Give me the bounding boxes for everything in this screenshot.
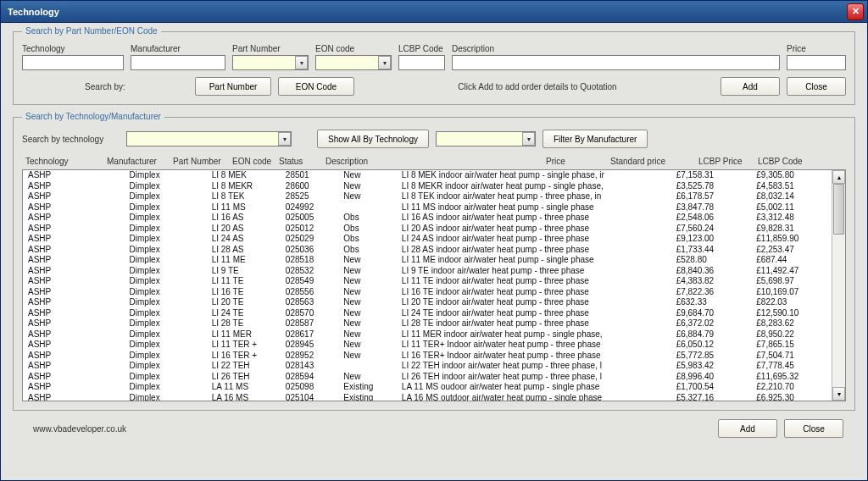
manufacturer-label: Manufacturer [131, 44, 225, 53]
partnumber-label: Part Number [232, 44, 309, 53]
description-input[interactable] [452, 55, 780, 70]
price-input[interactable] [787, 55, 846, 70]
table-row[interactable]: ASHPDimplexLA 11 MS025098ExistingLA 11 M… [23, 382, 832, 393]
table-row[interactable]: ASHPDimplexLI 28 AS025036ObsLI 28 AS ind… [23, 245, 832, 256]
close-icon[interactable]: ✕ [847, 3, 864, 20]
table-row[interactable]: ASHPDimplexLI 11 TE028549NewLI 11 TE ind… [23, 276, 832, 287]
col-technology: Technology [25, 157, 107, 166]
table-row[interactable]: ASHPDimplexLI 11 TER +028945NewLI 11 TER… [23, 340, 832, 351]
group1-title: Search by Part Number/EON Code [22, 26, 161, 36]
technology-combo[interactable] [126, 131, 292, 147]
titlebar[interactable]: Technology ✕ [1, 1, 867, 23]
search-eoncode-button[interactable]: EON Code [278, 77, 354, 96]
scroll-thumb[interactable] [833, 184, 844, 235]
table-row[interactable]: ASHPDimplexLI 26 TEH028594NewLI 26 TEH i… [23, 372, 832, 383]
scroll-up-icon[interactable]: ▴ [832, 170, 845, 184]
table-row[interactable]: ASHPDimplexLI 16 TER +028952NewLI 16 TER… [23, 351, 832, 362]
search-part-eon-group: Search by Part Number/EON Code Technolog… [13, 31, 855, 105]
table-row[interactable]: ASHPDimplexLI 20 AS025012ObsLI 20 AS ind… [23, 224, 832, 235]
table-row[interactable]: ASHPDimplexLI 11 MER028617NewLI 11 MER i… [23, 329, 832, 340]
chevron-down-icon[interactable] [522, 132, 535, 146]
lcbpcode-input[interactable] [398, 55, 445, 70]
col-manufacturer: Manufacturer [107, 157, 173, 166]
searchby-label: Search by: [85, 82, 125, 91]
search-tech-mfr-group: Search by Technology/Manufacturer Search… [13, 117, 855, 411]
window-title: Technology [4, 7, 847, 17]
table-row[interactable]: ASHPDimplexLI 11 MS024992LI 11 MS indoor… [23, 202, 832, 213]
search-partnumber-button[interactable]: Part Number [195, 77, 271, 96]
col-lcbpcode: LCBP Code [758, 157, 809, 166]
add-button[interactable]: Add [721, 77, 780, 96]
table-row[interactable]: ASHPDimplexLI 24 TE028570NewLI 24 TE ind… [23, 308, 832, 319]
chevron-down-icon[interactable] [295, 56, 308, 69]
filter-button[interactable]: Filter By Manufacturer [542, 130, 648, 148]
manufacturer-combo[interactable] [436, 131, 536, 147]
col-price: Price [546, 157, 610, 166]
table-row[interactable]: ASHPDimplexLI 16 TE028556NewLI 16 TE ind… [23, 287, 832, 298]
table-row[interactable]: ASHPDimplexLI 22 TEH028143LI 22 TEH indo… [23, 361, 832, 372]
lcbpcode-label: LCBP Code [398, 44, 445, 53]
price-label: Price [787, 44, 846, 53]
chevron-down-icon[interactable] [278, 132, 291, 146]
table-row[interactable]: ASHPDimplexLI 8 TEK28525NewLI 8 TEK indo… [23, 191, 832, 202]
eoncode-label: EON code [315, 44, 392, 53]
col-partnumber: Part Number [173, 157, 232, 166]
col-description: Description [326, 157, 546, 166]
table-row[interactable]: ASHPDimplexLI 24 AS025029ObsLI 24 AS ind… [23, 234, 832, 245]
chevron-down-icon[interactable] [378, 56, 391, 69]
table-row[interactable]: ASHPDimplexLI 8 MEKR28600NewLI 8 MEKR in… [23, 181, 832, 192]
scroll-down-icon[interactable]: ▾ [832, 387, 845, 401]
footer-close-button[interactable]: Close [784, 419, 843, 438]
footer-link[interactable]: www.vbadeveloper.co.uk [33, 424, 718, 434]
results-table[interactable]: ASHPDimplexLI 8 MEK28501NewLI 8 MEK indo… [22, 169, 846, 401]
column-headers: Technology Manufacturer Part Number EON … [22, 155, 846, 169]
manufacturer-input[interactable] [131, 55, 225, 70]
group2-title: Search by Technology/Manufacturer [22, 112, 164, 121]
technology-window: Technology ✕ Search by Part Number/EON C… [0, 0, 868, 481]
table-row[interactable]: ASHPDimplexLI 16 AS025005ObsLI 16 AS ind… [23, 213, 832, 224]
table-row[interactable]: ASHPDimplexLI 20 TE028563NewLI 20 TE ind… [23, 297, 832, 308]
table-row[interactable]: ASHPDimplexLI 8 MEK28501NewLI 8 MEK indo… [23, 170, 832, 181]
technology-label: Technology [22, 44, 124, 53]
col-eoncode: EON code [232, 157, 279, 166]
col-lcbpprice: LCBP Price [698, 157, 758, 166]
technology-input[interactable] [22, 55, 124, 70]
scrollbar[interactable]: ▴ ▾ [832, 170, 845, 401]
description-label: Description [452, 44, 780, 53]
footer-add-button[interactable]: Add [718, 419, 777, 438]
add-helper-text: Click Add to add order details to Quotat… [458, 82, 616, 91]
table-row[interactable]: ASHPDimplexLI 9 TE028532NewLI 9 TE indoo… [23, 266, 832, 277]
showall-button[interactable]: Show All By Technology [317, 130, 429, 148]
col-status: Status [279, 157, 326, 166]
table-row[interactable]: ASHPDimplexLI 28 TE028587NewLI 28 TE ind… [23, 318, 832, 329]
table-row[interactable]: ASHPDimplexLA 16 MS025104ExistingLA 16 M… [23, 393, 832, 401]
col-standardprice: Standard price [610, 157, 698, 166]
close-button[interactable]: Close [787, 77, 846, 96]
table-row[interactable]: ASHPDimplexLI 11 ME028518NewLI 11 ME ind… [23, 255, 832, 266]
searchbytech-label: Search by technology [22, 135, 120, 144]
